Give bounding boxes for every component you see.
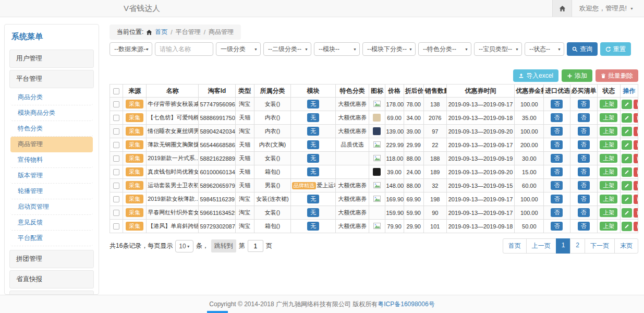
import-select-toggle[interactable]: 否 bbox=[551, 127, 563, 136]
level1-category-select[interactable]: 一级分类▼ bbox=[216, 42, 261, 56]
must-buy-toggle[interactable]: 否 bbox=[578, 127, 590, 136]
edit-button[interactable] bbox=[622, 208, 632, 218]
edit-button[interactable] bbox=[622, 222, 632, 231]
sidebar-item[interactable]: 商品管理 bbox=[10, 137, 93, 152]
edit-button[interactable] bbox=[622, 140, 632, 150]
row-checkbox[interactable] bbox=[113, 142, 119, 148]
module-badge[interactable]: 无 bbox=[307, 222, 319, 231]
sidebar-item[interactable]: 意见反馈 bbox=[10, 215, 93, 231]
module-badge[interactable]: 无 bbox=[307, 154, 319, 163]
import-select-toggle[interactable]: 否 bbox=[551, 140, 563, 149]
home-button[interactable] bbox=[552, 0, 572, 17]
per-page-select[interactable]: 10 ▼ bbox=[175, 240, 193, 252]
row-checkbox[interactable] bbox=[113, 210, 119, 216]
row-checkbox[interactable] bbox=[113, 101, 119, 107]
module-badge[interactable]: 无 bbox=[307, 195, 319, 203]
status-badge[interactable]: 上架 bbox=[600, 100, 617, 109]
status-select[interactable]: --状态--▼ bbox=[525, 42, 564, 56]
import-select-toggle[interactable]: 否 bbox=[551, 100, 563, 109]
status-badge[interactable]: 上架 bbox=[600, 195, 617, 203]
must-buy-toggle[interactable]: 否 bbox=[578, 222, 590, 231]
module-badge[interactable]: 无 bbox=[307, 140, 319, 149]
module-badge[interactable]: 品牌精选 bbox=[292, 182, 316, 189]
must-buy-toggle[interactable]: 否 bbox=[578, 208, 590, 217]
delete-button[interactable] bbox=[634, 222, 638, 231]
must-buy-toggle[interactable]: 否 bbox=[578, 181, 590, 190]
status-badge[interactable]: 上架 bbox=[600, 181, 617, 190]
row-checkbox[interactable] bbox=[113, 169, 119, 175]
status-badge[interactable]: 上架 bbox=[600, 208, 617, 217]
feature-category-select[interactable]: --特色分类--▼ bbox=[418, 42, 471, 56]
level2-category-select[interactable]: --二级分类--▼ bbox=[263, 42, 311, 56]
row-checkbox[interactable] bbox=[113, 196, 119, 202]
sidebar-section-header[interactable]: 平台管理 bbox=[9, 70, 94, 88]
select-all-checkbox[interactable] bbox=[113, 88, 119, 94]
delete-button[interactable] bbox=[634, 127, 638, 136]
module-badge[interactable]: 无 bbox=[307, 113, 319, 122]
delete-button[interactable] bbox=[634, 154, 638, 163]
edit-button[interactable] bbox=[622, 154, 632, 163]
add-button[interactable]: 添加 bbox=[562, 69, 592, 82]
module-badge[interactable]: 无 bbox=[307, 208, 319, 217]
module-badge[interactable]: 无 bbox=[307, 167, 319, 176]
page-button[interactable]: 首页 bbox=[503, 238, 527, 254]
module-badge[interactable]: 无 bbox=[307, 100, 319, 109]
breadcrumb-home-link[interactable]: 首页 bbox=[155, 28, 167, 37]
import-select-toggle[interactable]: 否 bbox=[551, 154, 563, 163]
edit-button[interactable] bbox=[622, 127, 632, 136]
module-subcategory-select[interactable]: --模块下分类--▼ bbox=[362, 42, 416, 56]
sidebar-section-header[interactable]: 省直快报 bbox=[9, 270, 94, 288]
row-checkbox[interactable] bbox=[113, 155, 119, 162]
import-select-toggle[interactable]: 否 bbox=[551, 222, 563, 231]
delete-button[interactable] bbox=[634, 113, 638, 123]
delete-button[interactable] bbox=[634, 195, 638, 204]
item-type-select[interactable]: --宝贝类型--▼ bbox=[474, 42, 522, 56]
import-excel-button[interactable]: 导入excel bbox=[513, 69, 558, 82]
page-button[interactable]: 上一页 bbox=[526, 238, 556, 254]
status-badge[interactable]: 上架 bbox=[600, 222, 617, 231]
must-buy-toggle[interactable]: 否 bbox=[578, 167, 590, 176]
status-badge[interactable]: 上架 bbox=[600, 167, 617, 176]
sidebar-item[interactable]: 宣传物料 bbox=[10, 152, 93, 168]
row-checkbox[interactable] bbox=[113, 128, 119, 135]
reset-button[interactable]: 重置 bbox=[600, 42, 631, 56]
edit-button[interactable] bbox=[622, 181, 632, 190]
page-button[interactable]: 2 bbox=[570, 238, 585, 254]
status-badge[interactable]: 上架 bbox=[600, 154, 617, 163]
import-select-toggle[interactable]: 否 bbox=[551, 181, 563, 190]
edit-button[interactable] bbox=[622, 167, 632, 177]
user-menu[interactable]: 欢迎您，管理员! ▼ bbox=[572, 0, 644, 17]
must-buy-toggle[interactable]: 否 bbox=[578, 140, 590, 149]
page-button[interactable]: 末页 bbox=[614, 238, 638, 254]
import-select-toggle[interactable]: 否 bbox=[551, 195, 563, 203]
sidebar-item[interactable]: 轮播管理 bbox=[10, 184, 93, 199]
sidebar-section-header[interactable]: 消息管理 bbox=[9, 291, 94, 295]
page-button[interactable]: 1 bbox=[556, 238, 571, 254]
must-buy-toggle[interactable]: 否 bbox=[578, 100, 590, 109]
search-button[interactable]: 查询 bbox=[567, 42, 598, 56]
edit-button[interactable] bbox=[622, 113, 632, 123]
must-buy-toggle[interactable]: 否 bbox=[578, 113, 590, 122]
row-checkbox[interactable] bbox=[113, 183, 119, 189]
delete-button[interactable] bbox=[634, 167, 638, 177]
sidebar-item[interactable]: 特色分类 bbox=[10, 121, 93, 137]
batch-delete-button[interactable]: 批量删除 bbox=[596, 69, 638, 82]
import-select-toggle[interactable]: 否 bbox=[551, 113, 563, 122]
data-source-select[interactable]: --数据来源--▼ bbox=[110, 42, 152, 56]
status-badge[interactable]: 上架 bbox=[600, 140, 617, 149]
icp-link[interactable]: 粤ICP备16098006号 bbox=[378, 300, 434, 309]
jump-button[interactable]: 跳转到 bbox=[211, 239, 236, 252]
name-search-input[interactable] bbox=[155, 42, 213, 56]
jump-page-input[interactable] bbox=[248, 240, 263, 252]
import-select-toggle[interactable]: 否 bbox=[551, 208, 563, 217]
edit-button[interactable] bbox=[622, 195, 632, 204]
delete-button[interactable] bbox=[634, 140, 638, 150]
edit-button[interactable] bbox=[622, 100, 632, 109]
sidebar-section-header[interactable]: 用户管理 bbox=[9, 50, 94, 68]
module-badge[interactable]: 无 bbox=[307, 127, 319, 136]
module-select[interactable]: --模块--▼ bbox=[314, 42, 360, 56]
sidebar-item[interactable]: 版本管理 bbox=[10, 168, 93, 184]
delete-button[interactable] bbox=[634, 208, 638, 218]
must-buy-toggle[interactable]: 否 bbox=[578, 195, 590, 203]
delete-button[interactable] bbox=[634, 181, 638, 190]
